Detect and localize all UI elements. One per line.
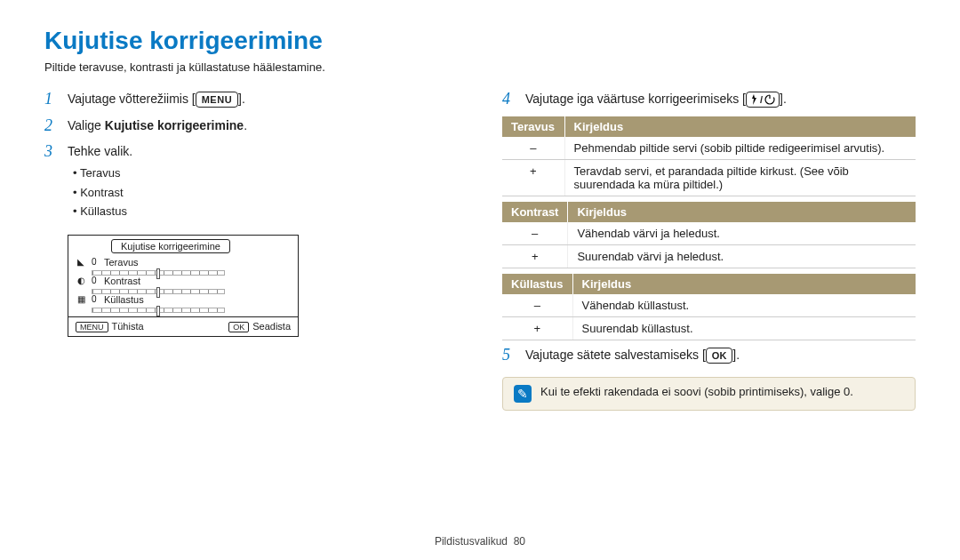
step-number-5: 5 bbox=[502, 346, 516, 365]
table-row: +Teravdab servi, et parandada piltide ki… bbox=[502, 159, 916, 196]
slider-kullastus bbox=[92, 308, 225, 313]
slider-teravus bbox=[92, 270, 225, 276]
mock-menu-key-icon: MENU bbox=[76, 322, 108, 332]
step-3-bullets: Teravus Kontrast Küllastus bbox=[73, 164, 458, 220]
note-icon: ✎ bbox=[514, 385, 532, 403]
step-number-3: 3 bbox=[44, 142, 59, 222]
menu-key-icon bbox=[196, 92, 238, 108]
left-column: 1 Vajutage võtterežiimis []. 2 Valige Ku… bbox=[44, 90, 458, 411]
table-row: +Suurendab värvi ja heledust. bbox=[502, 244, 916, 268]
note-text: Kui te efekti rakendada ei soovi (sobib … bbox=[540, 385, 853, 398]
flash-timer-key-icon: / bbox=[746, 92, 780, 108]
mock-row-kontrast: ◐ 0 Kontrast bbox=[76, 276, 291, 294]
page-title: Kujutise korrigeerimine bbox=[44, 27, 916, 55]
table-teravus: TeravusKirjeldus –Pehmendab piltide serv… bbox=[502, 116, 916, 196]
page-footer: Pildistusvalikud 80 bbox=[0, 535, 960, 548]
contrast-icon: ◐ bbox=[76, 276, 86, 286]
table-row: +Suurendab küllastust. bbox=[502, 316, 916, 340]
step-5-text: Vajutage sätete salvestamiseks []. bbox=[525, 346, 916, 365]
step-number-1: 1 bbox=[44, 90, 59, 109]
step-4-text: Vajutage iga väärtuse korrigeerimiseks [… bbox=[525, 90, 916, 109]
table-row: –Vähendab küllastust. bbox=[502, 294, 916, 317]
right-column: 4 Vajutage iga väärtuse korrigeerimiseks… bbox=[502, 90, 916, 411]
step-number-2: 2 bbox=[44, 116, 59, 136]
note-box: ✎ Kui te efekti rakendada ei soovi (sobi… bbox=[502, 377, 916, 411]
step-3-text: Tehke valik. Teravus Kontrast Küllastus bbox=[68, 142, 458, 222]
table-row: –Pehmendab piltide servi (sobib piltide … bbox=[502, 137, 916, 160]
step-number-4: 4 bbox=[502, 90, 516, 109]
sharpness-icon: ◣ bbox=[76, 257, 86, 268]
mock-panel-title: Kujutise korrigeerimine bbox=[111, 239, 230, 253]
camera-menu-mock: Kujutise korrigeerimine ◣ 0 Teravus ◐ 0 … bbox=[68, 235, 299, 337]
table-kontrast: KontrastKirjeldus –Vähendab värvi ja hel… bbox=[502, 202, 916, 268]
mock-ok-key-icon: OK bbox=[228, 322, 249, 332]
table-kullastus: KüllastusKirjeldus –Vähendab küllastust.… bbox=[502, 274, 916, 340]
mock-footer: MENUTühista OKSeadista bbox=[68, 316, 298, 336]
slider-kontrast bbox=[92, 289, 225, 294]
step-1-text: Vajutage võtterežiimis []. bbox=[68, 90, 458, 109]
table-row: –Vähendab värvi ja heledust. bbox=[502, 222, 916, 245]
ok-key-icon bbox=[706, 348, 733, 364]
step-2-text: Valige Kujutise korrigeerimine. bbox=[68, 116, 458, 136]
mock-row-kullastus: ▦ 0 Küllastus bbox=[76, 294, 291, 313]
mock-row-teravus: ◣ 0 Teravus bbox=[76, 257, 291, 276]
saturation-icon: ▦ bbox=[76, 294, 86, 305]
page-subtitle: Piltide teravuse, kontrasti ja küllastat… bbox=[44, 60, 916, 74]
